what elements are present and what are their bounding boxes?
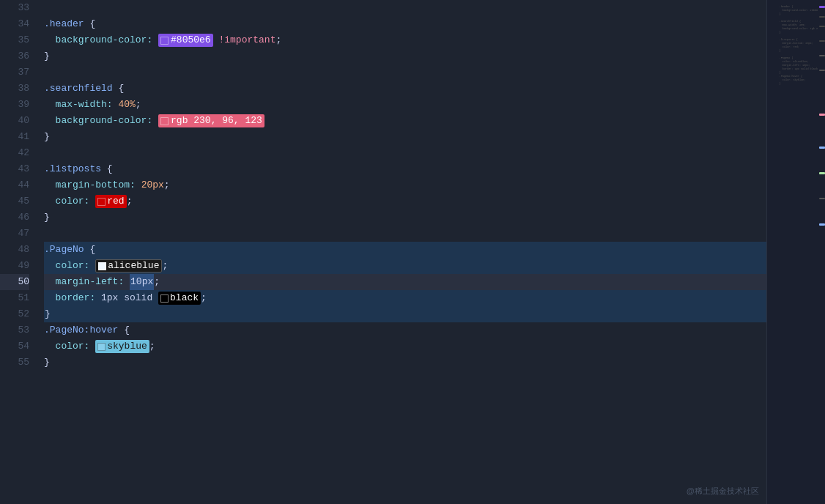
line-54: 54: [0, 338, 29, 355]
selector-pageno: .PageNo: [44, 242, 84, 258]
minimap: .header { background-color: #8050e6 !imp…: [766, 0, 825, 504]
line-38: 38: [0, 81, 29, 97]
mini-ind-1: [819, 6, 825, 8]
code-line-53: .PageNo:hover {: [44, 322, 766, 338]
code-line-54: color: skyblue ;: [44, 338, 766, 355]
color-swatch-skyblue: skyblue: [95, 340, 149, 353]
semi-51: ;: [201, 290, 207, 306]
value-20px: 20px: [141, 177, 164, 193]
code-line-33: [44, 0, 766, 16]
color-value-red: red: [107, 193, 124, 210]
brace-52-selected: }: [44, 306, 51, 322]
color-swatch-black: black: [158, 292, 201, 305]
value-10px-selected: 10px: [130, 274, 154, 290]
mini-ind-blue: [819, 147, 825, 149]
line-47: 47: [0, 226, 29, 242]
prop-color-49: color:: [44, 258, 95, 274]
brace-53: {: [118, 322, 130, 338]
code-line-43: .listposts {: [44, 161, 766, 177]
line-35: 35: [0, 32, 29, 48]
line-48: 48: [0, 242, 29, 258]
line-43: 43: [0, 161, 29, 177]
code-line-49: color: aliceblue ;: [44, 258, 766, 274]
line-40: 40: [0, 113, 29, 129]
minimap-content: .header { background-color: #8050e6 !imp…: [767, 0, 825, 91]
color-value-skyblue: skyblue: [107, 338, 147, 355]
color-swatch-purple: #8050e6: [158, 34, 213, 47]
line-45: 45: [0, 193, 29, 210]
color-value-pink: rgb 230, 96, 123: [171, 113, 262, 129]
semi-50: ;: [154, 274, 160, 290]
prop-bg-color-35: background-color:: [44, 32, 158, 48]
code-line-48: .PageNo {: [44, 242, 766, 258]
line-46: 46: [0, 210, 29, 226]
minimap-scrollbar[interactable]: [818, 0, 825, 504]
line-44: 44: [0, 177, 29, 193]
code-line-45: color: red ;: [44, 193, 766, 210]
value-border: 1px solid: [101, 290, 158, 306]
brace-46: }: [44, 210, 50, 226]
code-line-40: background-color: rgb 230, 96, 123: [44, 113, 766, 129]
line-42: 42: [0, 145, 29, 161]
semi-45: ;: [127, 193, 133, 210]
brace-48: {: [84, 242, 96, 258]
selector-header: .header: [44, 16, 84, 32]
line-52: 52: [0, 306, 29, 322]
brace-55: }: [44, 355, 50, 371]
prop-color-45: color:: [44, 193, 95, 210]
semi-35: ;: [275, 32, 281, 48]
prop-margin-left: margin-left:: [44, 274, 130, 290]
line-37: 37: [0, 64, 29, 81]
color-swatch-pink: rgb 230, 96, 123: [158, 114, 264, 127]
code-line-46: }: [44, 210, 766, 226]
selector-searchfield: .searchfield: [44, 81, 113, 97]
code-line-37: [44, 64, 766, 81]
line-33: 33: [0, 0, 29, 16]
mini-ind-6: [819, 70, 825, 71]
line-36: 36: [0, 48, 29, 64]
code-line-55: }: [44, 355, 766, 371]
prop-color-54: color:: [44, 338, 95, 355]
brace-36: }: [44, 48, 50, 64]
code-area[interactable]: .header { background-color: #8050e6 !imp…: [38, 0, 766, 504]
code-line-44: margin-bottom: 20px ;: [44, 177, 766, 193]
selector-listposts: .listposts: [44, 161, 101, 177]
watermark: @稀土掘金技术社区: [687, 486, 759, 497]
editor-container: 33 34 35 36 37 38 39 40 41 42 43 44 45 4…: [0, 0, 825, 504]
line-51: 51: [0, 290, 29, 306]
brace-41: }: [44, 129, 50, 145]
line-numbers: 33 34 35 36 37 38 39 40 41 42 43 44 45 4…: [0, 0, 38, 504]
mini-ind-5: [819, 55, 825, 56]
semi-54: ;: [149, 338, 155, 355]
mini-ind-7: [819, 198, 825, 199]
code-line-42: [44, 145, 766, 161]
prop-margin-bottom: margin-bottom:: [44, 177, 141, 193]
code-line-39: max-width: 40% ;: [44, 97, 766, 113]
line-53: 53: [0, 322, 29, 338]
code-line-51: border: 1px solid black ;: [44, 290, 766, 306]
brace-34: {: [84, 16, 96, 32]
code-line-34: .header {: [44, 16, 766, 32]
mini-ind-green: [819, 172, 825, 174]
color-value-black: black: [170, 290, 199, 306]
prop-bg-color-40: background-color:: [44, 113, 158, 129]
line-50: 50: [0, 274, 29, 290]
line-34: 34: [0, 16, 29, 32]
line-55: 55: [0, 355, 29, 371]
prop-border: border:: [44, 290, 101, 306]
color-swatch-aliceblue: aliceblue: [95, 259, 162, 273]
value-40pct: 40%: [118, 97, 135, 113]
semi-49: ;: [162, 258, 168, 274]
important-35: !important: [213, 32, 276, 48]
selector-pageno-hover: .PageNo:hover: [44, 322, 118, 338]
prop-maxwidth: max-width:: [44, 97, 118, 113]
code-line-35: background-color: #8050e6 !important ;: [44, 32, 766, 48]
semi-39: ;: [136, 97, 141, 113]
line-49: 49: [0, 258, 29, 274]
mini-ind-2: [819, 16, 825, 18]
mini-ind-red: [819, 114, 825, 116]
mini-ind-blue2: [819, 223, 825, 226]
mini-ind-3: [819, 26, 825, 27]
brace-38: {: [113, 81, 125, 97]
code-line-50: margin-left: 10px ;: [44, 274, 766, 290]
